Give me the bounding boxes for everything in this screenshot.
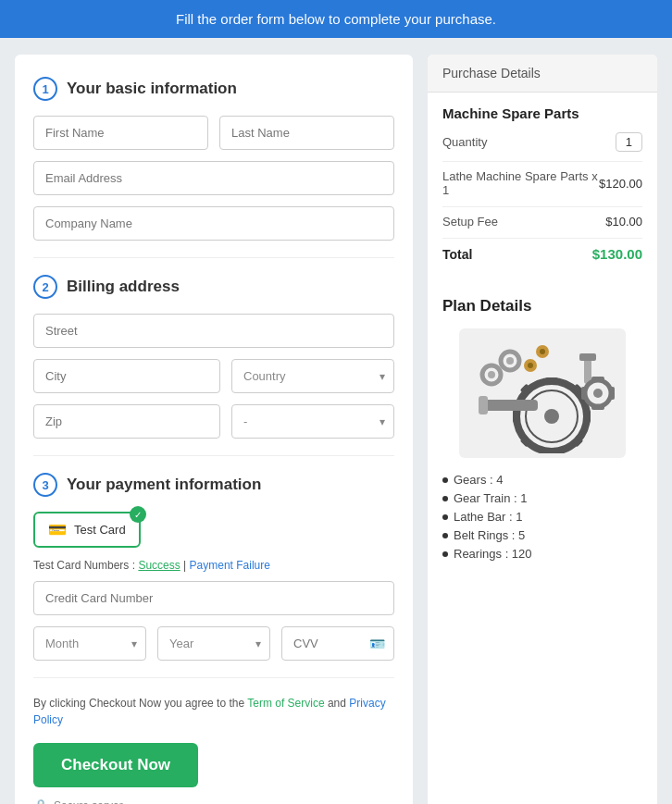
parts-illustration	[464, 333, 621, 453]
svg-rect-6	[583, 410, 591, 423]
section-1-title: Your basic information	[67, 80, 237, 98]
svg-point-2	[544, 409, 559, 424]
cc-row	[33, 581, 394, 615]
credit-card-icon: 💳	[48, 521, 67, 538]
test-card-note: Test Card Numbers : Success | Payment Fa…	[33, 559, 394, 572]
secure-info: 🔒 Secure server	[33, 798, 394, 804]
email-input[interactable]	[33, 161, 394, 195]
plan-title: Plan Details	[442, 297, 642, 315]
card-option[interactable]: 💳 Test Card ✓	[33, 512, 141, 548]
plan-details-section: Plan Details	[428, 284, 657, 578]
success-link[interactable]: Success	[138, 559, 180, 572]
top-banner: Fill the order form below to complete yo…	[0, 0, 672, 38]
purchase-details-body: Machine Spare Parts Quantity 1 Lathe Mac…	[428, 93, 657, 284]
month-year-cvv-row: Month January February March April May J…	[33, 626, 394, 661]
city-input[interactable]	[33, 359, 220, 393]
cc-input[interactable]	[33, 581, 394, 615]
svg-rect-23	[581, 387, 587, 400]
bullet-icon	[442, 477, 448, 483]
total-label: Total	[442, 247, 472, 262]
page-wrapper: Fill the order form below to complete yo…	[0, 0, 672, 804]
plan-feature-item: Rearings : 120	[442, 547, 642, 561]
svg-rect-18	[579, 353, 596, 361]
section-1-header: 1 Your basic information	[33, 77, 394, 101]
check-badge: ✓	[130, 506, 146, 523]
line-item-row: Lathe Machine Spare Parts x 1 $120.00	[442, 169, 642, 197]
section-3-header: 3 Your payment information	[33, 473, 394, 497]
month-select[interactable]: Month January February March April May J…	[33, 626, 146, 661]
product-image	[459, 328, 626, 458]
svg-rect-24	[609, 387, 615, 400]
line-item-label: Lathe Machine Spare Parts x 1	[442, 169, 599, 197]
bullet-icon	[442, 514, 448, 520]
month-select-wrapper: Month January February March April May J…	[33, 626, 146, 661]
test-card-label: Test Card Numbers :	[33, 559, 135, 572]
feature-text: Gear Train : 1	[454, 491, 527, 505]
plan-feature-item: Gear Train : 1	[442, 491, 642, 505]
svg-rect-3	[545, 377, 558, 385]
divider-2	[33, 455, 394, 456]
country-select[interactable]: Country United States United Kingdom Can…	[231, 359, 394, 393]
year-select-wrapper: Year 2024 2025 2026 2027	[157, 626, 270, 661]
line-item-price: $120.00	[599, 177, 642, 191]
svg-point-20	[593, 389, 603, 398]
company-row	[33, 206, 394, 241]
street-input[interactable]	[33, 314, 394, 348]
plan-feature-item: Gears : 4	[442, 473, 642, 487]
state-select[interactable]: - AL CA NY	[231, 404, 394, 439]
name-row	[33, 116, 394, 150]
plan-feature-item: Lathe Bar : 1	[442, 510, 642, 524]
right-panel: Purchase Details Machine Spare Parts Qua…	[428, 55, 657, 804]
zip-input[interactable]	[33, 404, 220, 439]
detail-divider-2	[442, 206, 642, 207]
divider-1	[33, 257, 394, 258]
svg-rect-21	[591, 377, 604, 382]
svg-rect-4	[545, 448, 558, 453]
failure-link[interactable]: Payment Failure	[190, 559, 270, 572]
svg-point-14	[488, 371, 495, 378]
svg-rect-22	[591, 404, 604, 410]
svg-point-28	[540, 349, 545, 354]
checkout-button[interactable]: Checkout Now	[33, 743, 198, 787]
bullet-icon	[442, 533, 448, 538]
tos-link[interactable]: Term of Service	[247, 697, 324, 710]
feature-text: Gears : 4	[454, 473, 503, 487]
section-2-header: 2 Billing address	[33, 275, 394, 299]
feature-text: Belt Rings : 5	[454, 528, 525, 542]
svg-rect-12	[479, 396, 488, 414]
zip-state-row: - AL CA NY	[33, 404, 394, 439]
detail-divider-3	[442, 238, 642, 239]
plan-feature-item: Belt Rings : 5	[442, 528, 642, 542]
total-row: Total $130.00	[442, 246, 642, 262]
setup-fee-price: $10.00	[605, 215, 642, 229]
quantity-label: Quantity	[442, 135, 487, 149]
product-name: Machine Spare Parts	[442, 105, 642, 121]
left-panel: 1 Your basic information 2 Billing addre…	[15, 55, 413, 804]
setup-fee-label: Setup Fee	[442, 215, 498, 229]
bullet-icon	[442, 551, 448, 557]
feature-text: Rearings : 120	[454, 547, 532, 561]
cvv-card-icon: 🪪	[369, 637, 385, 651]
section-2-title: Billing address	[67, 278, 180, 296]
last-name-input[interactable]	[219, 116, 394, 150]
card-label: Test Card	[74, 523, 126, 537]
terms-text: By clicking Checkout Now you agree to th…	[33, 695, 394, 728]
country-select-wrapper: Country United States United Kingdom Can…	[231, 359, 394, 393]
street-row	[33, 314, 394, 348]
first-name-input[interactable]	[33, 116, 208, 150]
section-2-number: 2	[33, 275, 57, 299]
svg-rect-5	[513, 410, 520, 423]
email-row	[33, 161, 394, 195]
feature-text: Lathe Bar : 1	[454, 510, 522, 524]
banner-text: Fill the order form below to complete yo…	[176, 11, 496, 27]
main-content: 1 Your basic information 2 Billing addre…	[0, 38, 672, 804]
bullet-icon	[442, 496, 448, 501]
company-input[interactable]	[33, 206, 394, 241]
year-select[interactable]: Year 2024 2025 2026 2027	[157, 626, 270, 661]
state-select-wrapper: - AL CA NY	[231, 404, 394, 439]
section-3-number: 3	[33, 473, 57, 497]
divider-3	[33, 677, 394, 678]
terms-and: and	[325, 697, 350, 710]
quantity-value: 1	[616, 132, 642, 152]
city-country-row: Country United States United Kingdom Can…	[33, 359, 394, 393]
